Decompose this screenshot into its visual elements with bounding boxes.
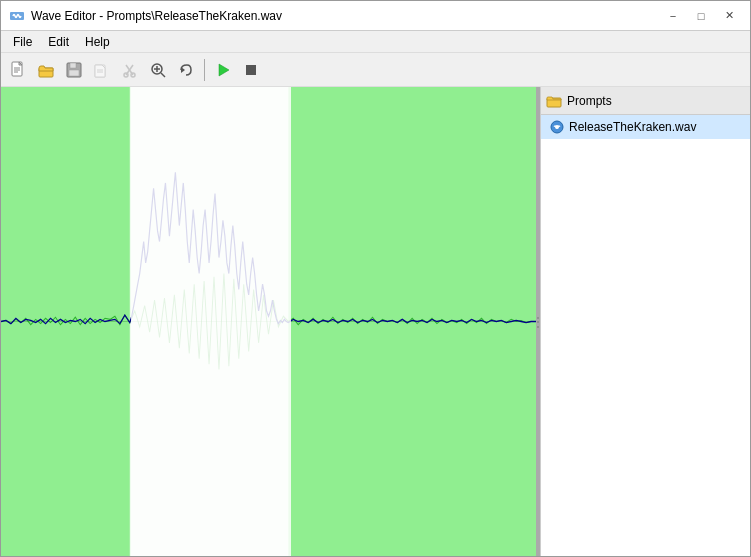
minimize-button[interactable]: − xyxy=(660,6,686,26)
svg-marker-21 xyxy=(219,64,229,76)
menu-bar: File Edit Help xyxy=(1,31,750,53)
sidebar-header: Prompts xyxy=(541,87,750,115)
app-icon xyxy=(9,8,25,24)
sidebar-title: Prompts xyxy=(567,94,612,108)
maximize-button[interactable]: □ xyxy=(688,6,714,26)
menu-help[interactable]: Help xyxy=(77,33,118,51)
wave-editor-area[interactable] xyxy=(1,87,536,556)
title-text: Wave Editor - Prompts\ReleaseTheKraken.w… xyxy=(31,9,282,23)
toolbar-open-button[interactable] xyxy=(33,57,59,83)
main-area: Prompts ReleaseTheKraken.wav xyxy=(1,87,750,556)
title-bar: Wave Editor - Prompts\ReleaseTheKraken.w… xyxy=(1,1,750,31)
toolbar xyxy=(1,53,750,87)
menu-edit[interactable]: Edit xyxy=(40,33,77,51)
svg-marker-20 xyxy=(181,67,185,73)
svg-rect-22 xyxy=(246,65,256,75)
svg-rect-8 xyxy=(69,70,79,76)
wave-selection xyxy=(131,87,291,556)
sidebar-item-label: ReleaseTheKraken.wav xyxy=(569,120,696,134)
toolbar-cut-button[interactable] xyxy=(117,57,143,83)
toolbar-new-button[interactable] xyxy=(5,57,31,83)
sidebar: Prompts ReleaseTheKraken.wav xyxy=(540,87,750,556)
close-button[interactable]: ✕ xyxy=(716,6,742,26)
wav-file-icon xyxy=(549,119,565,135)
toolbar-undo-button[interactable] xyxy=(173,57,199,83)
toolbar-save-button[interactable] xyxy=(61,57,87,83)
title-bar-controls: − □ ✕ xyxy=(660,6,742,26)
toolbar-play-button[interactable] xyxy=(210,57,236,83)
title-bar-left: Wave Editor - Prompts\ReleaseTheKraken.w… xyxy=(9,8,282,24)
svg-line-17 xyxy=(161,73,165,77)
svg-rect-7 xyxy=(70,63,76,68)
folder-icon xyxy=(545,92,563,110)
toolbar-separator xyxy=(204,59,205,81)
toolbar-stop-button[interactable] xyxy=(238,57,264,83)
sidebar-item[interactable]: ReleaseTheKraken.wav xyxy=(541,115,750,139)
toolbar-zoom-button[interactable] xyxy=(145,57,171,83)
toolbar-saveas-button[interactable] xyxy=(89,57,115,83)
main-window: Wave Editor - Prompts\ReleaseTheKraken.w… xyxy=(0,0,751,557)
menu-file[interactable]: File xyxy=(5,33,40,51)
